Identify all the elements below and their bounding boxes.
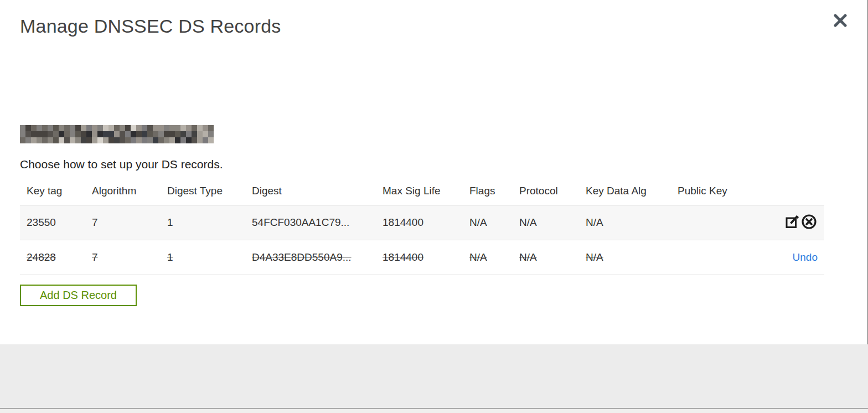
col-header-max-sig-life: Max Sig Life — [376, 184, 463, 205]
remove-icon — [801, 214, 817, 230]
domain-name-redacted — [20, 125, 214, 143]
table-row: 23550 7 1 54FCF030AA1C79... 1814400 N/A … — [20, 205, 824, 240]
cell-key-tag: 24828 — [20, 240, 85, 275]
undo-link[interactable]: Undo — [793, 251, 818, 263]
cell-digest: 54FCF030AA1C79... — [245, 205, 376, 240]
add-ds-record-button[interactable]: Add DS Record — [20, 285, 137, 306]
delete-record-button[interactable] — [800, 214, 818, 231]
col-header-key-tag: Key tag — [20, 184, 85, 205]
cell-key-tag: 23550 — [20, 205, 85, 240]
cell-protocol: N/A — [513, 240, 579, 275]
edit-icon — [785, 214, 800, 229]
close-icon — [833, 13, 848, 28]
page-title: Manage DNSSEC DS Records — [20, 16, 281, 37]
cell-digest: D4A33E8DD550A9... — [245, 240, 376, 275]
cell-key-data-alg: N/A — [579, 205, 671, 240]
col-header-key-data-alg: Key Data Alg — [579, 184, 671, 205]
cell-public-key — [671, 205, 754, 240]
cell-max-sig-life: 1814400 — [376, 240, 463, 275]
window-bottom-strip — [0, 409, 868, 413]
cell-public-key — [671, 240, 754, 275]
cell-digest-type: 1 — [161, 205, 245, 240]
cell-flags: N/A — [463, 240, 513, 275]
table-row-deleted: 24828 7 1 D4A33E8DD550A9... 1814400 N/A … — [20, 240, 824, 275]
close-button[interactable] — [830, 11, 850, 31]
ds-records-table: Key tag Algorithm Digest Type Digest Max… — [20, 184, 824, 275]
modal-footer: Save Cancel — [0, 344, 868, 409]
manage-dnssec-modal: Manage DNSSEC DS Records Choose how to s… — [0, 0, 868, 413]
col-header-flags: Flags — [463, 184, 513, 205]
cell-digest-type: 1 — [161, 240, 245, 275]
col-header-digest-type: Digest Type — [161, 184, 245, 205]
table-header-row: Key tag Algorithm Digest Type Digest Max… — [20, 184, 824, 205]
cell-protocol: N/A — [513, 205, 579, 240]
col-header-public-key: Public Key — [671, 184, 754, 205]
cell-algorithm: 7 — [85, 240, 161, 275]
cell-flags: N/A — [463, 205, 513, 240]
cell-max-sig-life: 1814400 — [376, 205, 463, 240]
edit-record-button[interactable] — [784, 214, 800, 231]
col-header-protocol: Protocol — [513, 184, 579, 205]
cell-algorithm: 7 — [85, 205, 161, 240]
cell-key-data-alg: N/A — [579, 240, 671, 275]
col-header-algorithm: Algorithm — [85, 184, 161, 205]
col-header-digest: Digest — [245, 184, 376, 205]
instruction-text: Choose how to set up your DS records. — [20, 158, 223, 171]
